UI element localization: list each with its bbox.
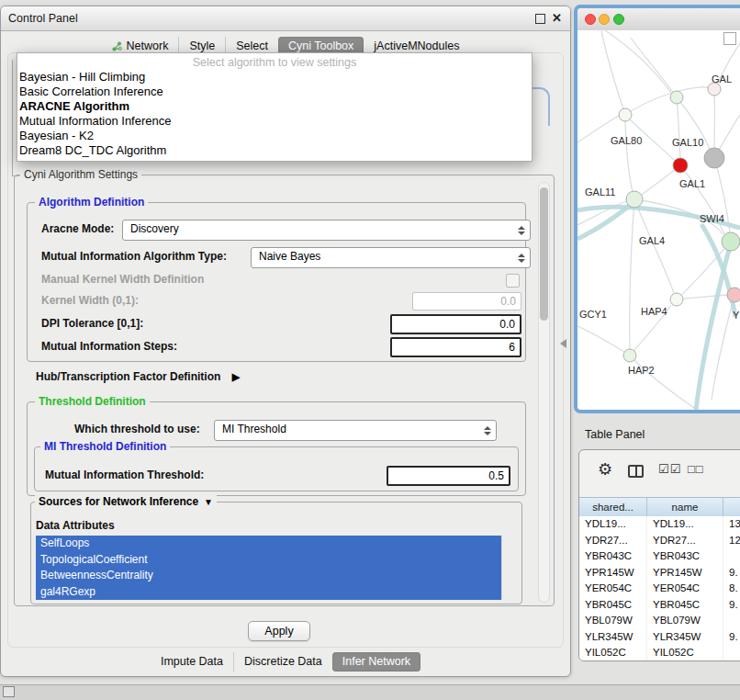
network-node[interactable] bbox=[623, 349, 636, 362]
panel-splitter-handle[interactable] bbox=[560, 339, 566, 348]
network-node[interactable] bbox=[626, 191, 643, 208]
algorithm-option-bayesian-hill-climbing[interactable]: Bayesian - Hill Climbing bbox=[17, 70, 532, 85]
column-header[interactable]: name bbox=[647, 498, 723, 517]
mi-threshold-field[interactable]: 0.5 bbox=[387, 466, 510, 486]
network-node[interactable] bbox=[670, 293, 683, 306]
dpi-tolerance-field[interactable]: 0.0 bbox=[390, 314, 521, 334]
stepper-icon[interactable] bbox=[484, 426, 491, 435]
table-row[interactable]: YBL079WYBL079W bbox=[579, 613, 740, 629]
algorithm-option-dream8-dc-tdc-algorithm[interactable]: Dream8 DC_TDC Algorithm bbox=[17, 143, 532, 158]
table-cell: 8. bbox=[723, 581, 740, 597]
network-node[interactable] bbox=[727, 288, 740, 302]
threshold-definition-title: Threshold Definition bbox=[35, 395, 150, 408]
which-threshold-label: Which threshold to use: bbox=[74, 420, 200, 439]
network-edge bbox=[631, 38, 677, 97]
mi-steps-field[interactable]: 6 bbox=[390, 337, 521, 357]
expand-right-icon[interactable]: ▶ bbox=[232, 371, 240, 382]
bottom-tab-bar: Impute DataDiscretize DataInfer Network bbox=[1, 651, 570, 672]
network-node[interactable] bbox=[708, 83, 721, 96]
algorithm-option-basic-correlation-inference[interactable]: Basic Correlation Inference bbox=[17, 85, 532, 99]
collapse-down-icon[interactable]: ▼ bbox=[204, 497, 213, 507]
table-cell: YLR345W bbox=[579, 629, 647, 646]
settings-scrollbar-thumb[interactable] bbox=[540, 187, 548, 321]
table-row[interactable]: YDL19...YDL19...13 bbox=[579, 516, 740, 533]
algorithm-option-bayesian-k2[interactable]: Bayesian - K2 bbox=[17, 129, 532, 143]
attributes-list-scrollbar[interactable] bbox=[501, 536, 513, 600]
hub-definition-toggle[interactable]: Hub/Transcription Factor Definition ▶ bbox=[36, 367, 240, 387]
mi-algorithm-type-select[interactable]: Naive Bayes bbox=[251, 247, 531, 268]
table-row[interactable]: YBR043CYBR043C bbox=[579, 548, 740, 565]
tab-label: Impute Data bbox=[161, 652, 223, 672]
column-header[interactable]: shared... bbox=[579, 498, 647, 517]
desktop-bottom-band bbox=[0, 684, 740, 700]
deselect-all-columns-icon[interactable]: □□ bbox=[688, 462, 704, 476]
which-threshold-value: MI Threshold bbox=[222, 423, 286, 435]
table-row[interactable]: YLR345WYLR345W9. bbox=[579, 629, 740, 646]
table-row[interactable]: YIL052CYIL052C bbox=[579, 645, 740, 661]
table-cell: YIL052C bbox=[647, 645, 723, 661]
node-label: GAL11 bbox=[585, 186, 615, 198]
network-graph[interactable]: GALGAL80GAL10GAL11GAL1SWI4GAL4GCY1HAP4HA… bbox=[577, 30, 740, 410]
which-threshold-select[interactable]: MI Threshold bbox=[214, 420, 497, 441]
table-cell: 9. bbox=[723, 597, 740, 614]
algorithm-definition-title: Algorithm Definition bbox=[35, 196, 148, 209]
data-attribute-item[interactable]: BetweennessCentrality bbox=[36, 568, 501, 584]
node-label: GCY1 bbox=[579, 309, 607, 320]
bottom-tab-impute-data[interactable]: Impute Data bbox=[151, 652, 233, 672]
network-node[interactable] bbox=[619, 108, 632, 121]
sources-group-title[interactable]: Sources for Network Inference▼ bbox=[35, 495, 217, 508]
table-row[interactable]: YBR045CYBR045C9. bbox=[579, 597, 740, 614]
node-label: HAP4 bbox=[641, 306, 667, 317]
table-row[interactable]: YDR27...YDR27...12 bbox=[579, 533, 740, 549]
columns-icon[interactable] bbox=[628, 465, 644, 478]
tab-label: Infer Network bbox=[342, 652, 410, 672]
network-edge bbox=[625, 121, 633, 192]
algorithm-dropdown-popup: Select algorithm to view settings Bayesi… bbox=[17, 52, 533, 162]
dpi-tolerance-label: DPI Tolerance [0,1]: bbox=[41, 314, 143, 333]
table-cell: YLR345W bbox=[647, 629, 723, 646]
gear-icon[interactable]: ⚙ bbox=[598, 459, 612, 480]
table-row[interactable]: YPR145WYPR145W9. bbox=[579, 565, 740, 581]
minimized-window-icon[interactable] bbox=[3, 686, 15, 697]
data-attribute-item[interactable]: TopologicalCoefficient bbox=[36, 552, 501, 569]
table-cell bbox=[723, 613, 740, 629]
table-cell: YBR043C bbox=[647, 548, 723, 565]
network-node[interactable] bbox=[704, 148, 724, 168]
bottom-tab-infer-network[interactable]: Infer Network bbox=[332, 652, 420, 672]
close-traffic-light-icon[interactable] bbox=[585, 14, 596, 25]
aracne-mode-label: Aracne Mode: bbox=[41, 220, 114, 239]
minimize-traffic-light-icon[interactable] bbox=[599, 14, 610, 25]
table-body: YDL19...YDL19...13YDR27...YDR27...12YBR0… bbox=[579, 516, 740, 660]
select-all-columns-icon[interactable]: ☑☑ bbox=[658, 462, 681, 476]
algorithm-option-mutual-information-inference[interactable]: Mutual Information Inference bbox=[17, 114, 532, 129]
aracne-mode-select[interactable]: Discovery bbox=[122, 220, 531, 241]
data-attribute-item[interactable]: SelfLoops bbox=[36, 536, 501, 552]
control-panel-titlebar[interactable]: Control Panel ✕ bbox=[1, 6, 570, 31]
stepper-icon[interactable] bbox=[518, 254, 525, 263]
window-title: Control Panel bbox=[8, 12, 78, 25]
algorithm-option-aracne-algorithm[interactable]: ARACNE Algorithm bbox=[17, 99, 532, 114]
column-header[interactable] bbox=[723, 498, 740, 517]
close-window-icon[interactable]: ✕ bbox=[552, 11, 562, 25]
algorithm-dropdown-placeholder: Select algorithm to view settings bbox=[17, 55, 532, 70]
network-window-titlebar[interactable] bbox=[577, 8, 740, 31]
network-canvas[interactable]: GALGAL80GAL10GAL11GAL1SWI4GAL4GCY1HAP4HA… bbox=[577, 30, 740, 410]
network-node[interactable] bbox=[673, 158, 688, 173]
float-window-icon[interactable] bbox=[535, 14, 545, 24]
tab-label: Discretize Data bbox=[244, 652, 322, 672]
table-cell: 12 bbox=[723, 533, 740, 549]
network-node[interactable] bbox=[670, 91, 683, 104]
node-label: GAL1 bbox=[679, 178, 705, 189]
network-node[interactable] bbox=[722, 232, 740, 251]
table-cell: YDR27... bbox=[579, 533, 647, 549]
data-attributes-list[interactable]: SelfLoopsTopologicalCoefficientBetweenne… bbox=[36, 536, 513, 600]
bottom-tab-discretize-data[interactable]: Discretize Data bbox=[233, 652, 332, 672]
stepper-icon[interactable] bbox=[518, 226, 525, 235]
network-edge bbox=[630, 356, 697, 410]
table-row[interactable]: YER054CYER054C8. bbox=[579, 581, 740, 597]
table-cell: 9. bbox=[723, 565, 740, 581]
apply-button[interactable]: Apply bbox=[248, 621, 310, 641]
mi-algorithm-type-label: Mutual Information Algorithm Type: bbox=[41, 247, 227, 266]
data-attribute-item[interactable]: gal4RGexp bbox=[36, 584, 501, 601]
zoom-traffic-light-icon[interactable] bbox=[613, 14, 624, 25]
